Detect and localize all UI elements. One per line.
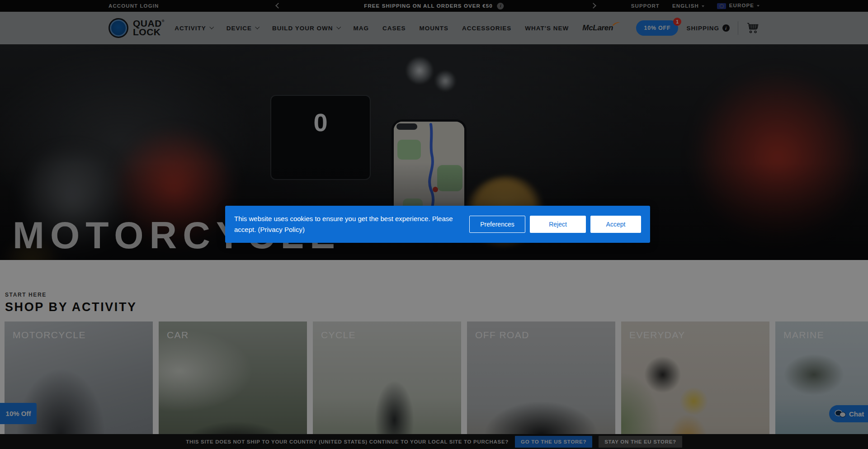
cookie-actions: Preferences Reject Accept (469, 216, 641, 233)
privacy-policy-link[interactable]: (Privacy Policy) (258, 226, 305, 233)
cookie-consent-banner: This website uses cookies to ensure you … (225, 206, 650, 243)
reject-button[interactable]: Reject (530, 216, 586, 233)
preferences-button[interactable]: Preferences (469, 216, 525, 233)
accept-button[interactable]: Accept (590, 216, 641, 233)
cookie-message: This website uses cookies to ensure you … (234, 213, 461, 236)
